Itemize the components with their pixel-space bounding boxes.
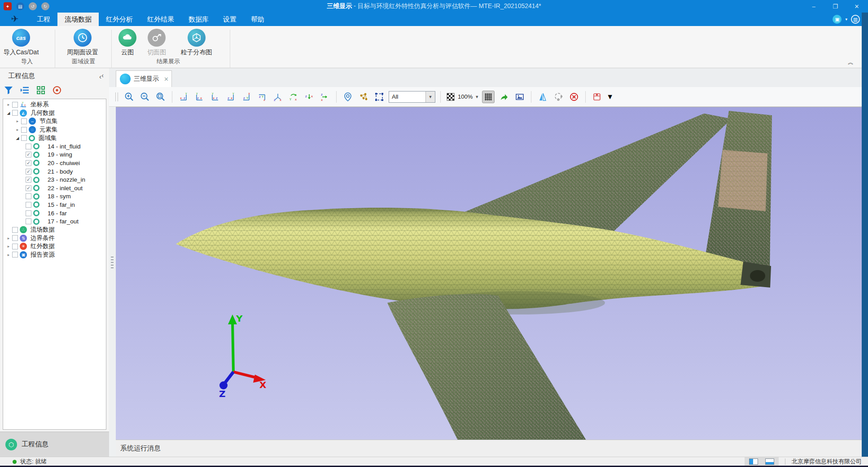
expander-icon[interactable]: ◢ (6, 111, 11, 115)
rotate-down-icon[interactable]: zx (303, 91, 316, 103)
minimize-button[interactable]: – (809, 3, 819, 10)
particles-icon[interactable] (357, 91, 370, 103)
checkbox[interactable] (26, 193, 31, 199)
checkbox[interactable]: ✓ (26, 160, 31, 166)
display-filter-select[interactable]: All ▼ (389, 91, 435, 103)
checkbox[interactable]: ✓ (26, 185, 31, 191)
view-front-icon[interactable]: xzY (177, 91, 190, 103)
checkbox[interactable] (21, 127, 27, 133)
menu-infrared-analysis[interactable]: 红外分析 (99, 13, 140, 26)
panel-collapse-icon[interactable]: ‹ (101, 72, 104, 79)
grid-view-icon[interactable] (36, 85, 46, 95)
tree-item-far-out[interactable]: 17 - far_out (3, 217, 106, 226)
undo-icon[interactable]: ↺ (29, 2, 37, 10)
export-icon[interactable] (498, 91, 510, 103)
mesh-toggle-icon[interactable] (482, 91, 495, 103)
tree-outline-icon[interactable] (20, 85, 30, 95)
tree-item-wing[interactable]: ✓ 19 - wing (3, 151, 106, 159)
expander-icon[interactable]: ◢ (15, 136, 20, 140)
tree-item-chuiwei[interactable]: ✓ 20 - chuiwei (3, 159, 106, 167)
close-button[interactable]: ✕ (852, 3, 862, 10)
zoom-level-control[interactable]: 100% ▼ (446, 92, 479, 102)
checkbox[interactable] (26, 210, 31, 216)
view-bottom-icon[interactable]: zYx (256, 91, 268, 103)
new-document-icon[interactable]: ▤ (16, 2, 24, 10)
checkbox[interactable] (26, 202, 31, 208)
tree-item-int-fluid[interactable]: 14 - int_fluid (3, 142, 106, 151)
view-isometric-icon[interactable]: zx (272, 91, 284, 103)
mirror-icon[interactable] (536, 91, 549, 103)
tree-item-body[interactable]: ✓ 21 - body (3, 167, 106, 176)
checkbox[interactable]: ✓ (26, 152, 31, 157)
checkbox[interactable] (12, 244, 18, 249)
tree-item-surfaceset[interactable]: ◢ 面域集 (3, 134, 106, 142)
checkbox[interactable]: ✓ (26, 169, 31, 175)
zoom-fit-icon[interactable] (154, 91, 167, 103)
tab-scroll-left-icon[interactable]: ‹ (99, 73, 101, 80)
rotate-right-icon[interactable]: zx (319, 91, 331, 103)
style-switch-icon[interactable]: ▣ (833, 15, 842, 24)
view-top-icon[interactable]: zYX (240, 91, 253, 103)
checkbox[interactable]: ✓ (26, 177, 31, 183)
tree-item-nodeset[interactable]: ▸ ↔ 节点集 (3, 117, 106, 126)
panel-splitter[interactable] (109, 68, 116, 457)
chevron-down-icon[interactable]: ▾ (845, 17, 847, 22)
manual-icon[interactable]: ▥ (851, 15, 860, 24)
tree-item-boundary[interactable]: ▸ ⇅ 边界条件 (3, 234, 106, 243)
expander-icon[interactable]: ▸ (6, 102, 11, 107)
restore-button[interactable]: ❐ (830, 3, 840, 10)
menu-database[interactable]: 数据库 (181, 13, 216, 26)
tree-item-infrared[interactable]: ▸ ✳ 红外数据 (3, 242, 106, 251)
panel-footer-tab[interactable]: ⬡ 工程信息 (0, 432, 109, 457)
3d-viewport[interactable]: Y X Z (116, 107, 862, 440)
select-region-icon[interactable] (373, 91, 386, 103)
tree-item-inlet-out[interactable]: ✓ 22 - inlet_out (3, 184, 106, 192)
import-casdat-button[interactable]: cas 导入Cas/Dat (1, 28, 41, 57)
view-left-icon[interactable]: xzY (209, 91, 221, 103)
splitter-handle[interactable] (111, 257, 114, 268)
tab-close-icon[interactable]: ✕ (164, 76, 169, 83)
menu-project[interactable]: 工程 (30, 13, 57, 26)
menu-help[interactable]: 帮助 (244, 13, 272, 26)
tab-3d-display[interactable]: 三维显示 ✕ (116, 70, 172, 87)
save-view-icon[interactable] (591, 91, 603, 103)
expander-icon[interactable]: ▸ (6, 236, 11, 240)
checkbox[interactable] (12, 235, 18, 241)
dropdown-arrow-icon[interactable]: ▼ (425, 92, 435, 102)
checkbox[interactable] (12, 252, 18, 258)
tree-item-far-in[interactable]: 15 - far_in (3, 201, 106, 209)
cancel-icon[interactable] (568, 91, 580, 103)
zoom-caret-icon[interactable]: ▼ (475, 95, 479, 99)
redo-icon[interactable]: ↻ (41, 2, 49, 10)
tree-item-geometry[interactable]: ◢ ◭ 几何数据 (3, 109, 106, 118)
expander-icon[interactable]: ▸ (15, 127, 20, 132)
panel-layout-icon[interactable] (749, 458, 758, 465)
tree-item-coordsys[interactable]: ▸ Yzx 坐标系 (3, 100, 106, 109)
checkbox[interactable] (21, 118, 27, 124)
tree-item-flowfield[interactable]: ∴ 流场数据 (3, 226, 106, 234)
checkbox[interactable] (12, 102, 18, 108)
particle-distribution-button[interactable]: 粒子分布图 (173, 28, 220, 57)
tree-item-sym[interactable]: 18 - sym (3, 192, 106, 201)
save-view-caret-icon[interactable]: ▼ (606, 93, 614, 101)
expander-icon[interactable]: ▸ (6, 244, 11, 249)
menu-settings[interactable]: 设置 (216, 13, 244, 26)
menu-infrared-results[interactable]: 红外结果 (140, 13, 181, 26)
checkbox[interactable] (26, 218, 31, 224)
periodic-surface-button[interactable]: 周期面设置 (60, 28, 105, 57)
target-icon[interactable] (52, 85, 62, 95)
tree-item-nozzle-in[interactable]: ✓ 23 - nozzle_in (3, 175, 106, 184)
checkbox[interactable] (26, 144, 31, 149)
tree-item-report[interactable]: ▸ ▣ 报告资源 (3, 251, 106, 259)
tree-item-elementset[interactable]: ▸ ◌ 元素集 (3, 126, 106, 134)
zoom-in-icon[interactable] (123, 91, 136, 103)
checkbox[interactable] (21, 135, 27, 141)
rotate-view-icon[interactable]: Yx (287, 91, 300, 103)
checkbox[interactable] (12, 110, 18, 116)
screenshot-icon[interactable] (513, 91, 526, 103)
tree-item-far[interactable]: 16 - far (3, 209, 106, 218)
contour-plot-button[interactable]: 云图 (114, 28, 141, 57)
toolbar-grip[interactable] (115, 92, 118, 101)
view-back-icon[interactable]: zxY (193, 91, 206, 103)
console-layout-icon[interactable] (765, 458, 774, 465)
